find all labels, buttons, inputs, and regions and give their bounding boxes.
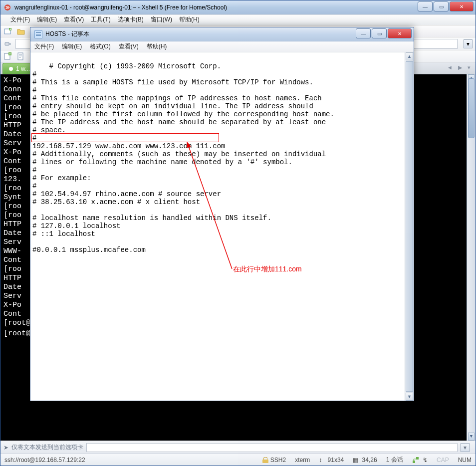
menu-file[interactable]: 文件(F) [10, 15, 30, 24]
status-conn-icons: ↯ [412, 457, 428, 464]
np-scroll-down-icon[interactable]: ▼ [406, 393, 413, 401]
lock-icon [262, 457, 268, 463]
xshell-menubar: 文件(F) 编辑(E) 查看(V) 工具(T) 选项卡(B) 窗口(W) 帮助(… [0, 14, 476, 25]
tab-label: 1 w... [16, 65, 30, 72]
np-close-button[interactable]: ✕ [388, 28, 412, 38]
send-icon[interactable]: ➤ [3, 444, 8, 451]
np-menu-format[interactable]: 格式(O) [90, 42, 110, 51]
notepad-app-icon [34, 30, 42, 38]
notepad-window-controls: — ▭ ✕ [356, 28, 412, 38]
np-scroll-up-icon[interactable]: ▲ [406, 52, 413, 60]
open-icon[interactable] [16, 27, 25, 36]
hosts-file-text: # Copyright (c) 1993-2009 Microsoft Corp… [32, 62, 334, 254]
notepad-titlebar[interactable]: HOSTS - 记事本 — ▭ ✕ [30, 27, 414, 41]
svg-rect-9 [413, 461, 415, 463]
menu-edit[interactable]: 编辑(E) [37, 15, 57, 24]
highlight-box [31, 133, 219, 142]
close-button[interactable]: ✕ [450, 1, 474, 11]
np-menu-file[interactable]: 文件(F) [34, 42, 54, 51]
address-dropdown-icon[interactable]: ▾ [464, 39, 473, 48]
np-menu-view[interactable]: 查看(V) [119, 42, 139, 51]
xshell-titlebar[interactable]: wangruifenglinux-01 - root@wangruifeng-0… [0, 0, 476, 14]
annotation-text: 在此行中增加111.com [233, 265, 302, 273]
notepad-text-area[interactable]: # Copyright (c) 1993-2009 Microsoft Corp… [30, 52, 414, 401]
tab-nav-icons[interactable]: ◄ ▶ ▾ [447, 64, 473, 71]
menu-help[interactable]: 帮助(H) [179, 15, 200, 24]
status-cursor: ▦ 34,26 [353, 457, 377, 464]
menu-window[interactable]: 窗口(W) [151, 15, 172, 24]
svg-rect-8 [18, 53, 23, 60]
scroll-down-icon[interactable]: ▼ [468, 433, 475, 441]
terminal-scrollbar[interactable]: ▲ ▼ [467, 74, 476, 441]
quick-add-icon[interactable] [3, 52, 12, 61]
send-text-bar: ➤ 仅将文本发送到当前选项卡 ▾ [0, 441, 476, 454]
plug-icon[interactable] [3, 39, 12, 48]
status-ssh: SSH2 [262, 457, 286, 464]
menu-view[interactable]: 查看(V) [64, 15, 84, 24]
new-session-icon[interactable] [3, 27, 12, 36]
status-size: ↕ 91x34 [319, 457, 344, 464]
np-maximize-button[interactable]: ▭ [372, 28, 387, 38]
scroll-thumb[interactable] [468, 78, 475, 138]
np-menu-edit[interactable]: 编辑(E) [62, 42, 82, 51]
menu-tools[interactable]: 工具(T) [91, 15, 110, 24]
np-scroll-thumb[interactable] [406, 61, 413, 392]
quick-bookmark-icon[interactable] [16, 52, 25, 61]
xshell-title-text: wangruifenglinux-01 - root@wangruifeng-0… [14, 4, 227, 11]
notepad-title-text: HOSTS - 记事本 [45, 30, 89, 38]
tab-status-dot-icon [9, 67, 13, 71]
menu-tab[interactable]: 选项卡(B) [118, 15, 144, 24]
status-num: NUM [458, 457, 472, 464]
status-term: xterm [295, 457, 310, 464]
notepad-window: HOSTS - 记事本 — ▭ ✕ 文件(F) 编辑(E) 格式(O) 查看(V… [30, 27, 414, 401]
send-text-input[interactable] [86, 443, 458, 452]
minimize-button[interactable]: — [418, 1, 433, 11]
np-menu-help[interactable]: 帮助(H) [147, 42, 167, 51]
xshell-app-icon [3, 3, 11, 11]
xshell-statusbar: ssh://root@192.168.57.129:22 SSH2 xterm … [0, 454, 476, 466]
status-connection: ssh://root@192.168.57.129:22 [4, 457, 85, 464]
maximize-button[interactable]: ▭ [434, 1, 449, 11]
notepad-menubar: 文件(F) 编辑(E) 格式(O) 查看(V) 帮助(H) [30, 41, 414, 52]
send-dropdown-icon[interactable]: ▾ [461, 443, 470, 452]
xshell-window-controls: — ▭ ✕ [418, 1, 474, 11]
send-text-label: 仅将文本发送到当前选项卡 [11, 443, 83, 452]
status-sessions: 1 会话 [386, 456, 403, 464]
np-minimize-button[interactable]: — [356, 28, 371, 38]
notepad-scrollbar[interactable]: ▲ ▼ [405, 52, 414, 401]
status-cap: CAP [437, 457, 449, 464]
svg-rect-3 [5, 42, 9, 45]
size-icon: ↕ [319, 457, 322, 464]
